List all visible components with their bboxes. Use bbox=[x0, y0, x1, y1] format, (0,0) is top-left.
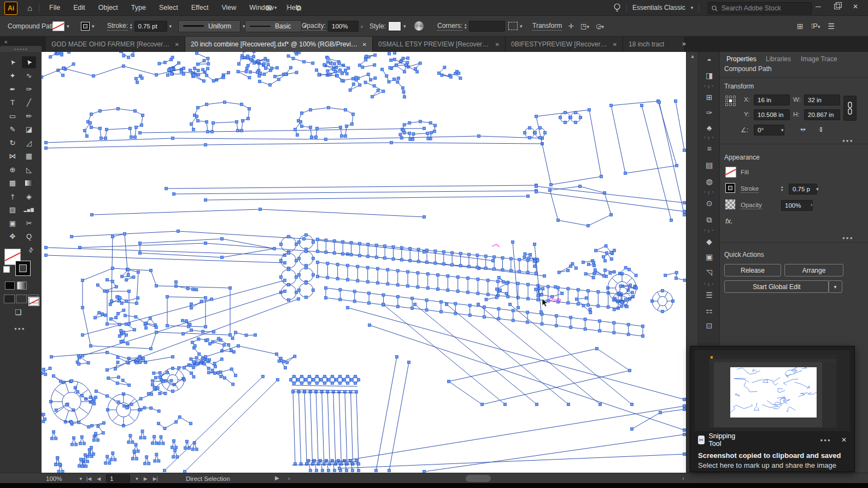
anchor-point[interactable] bbox=[664, 274, 667, 277]
screenshot-thumbnail[interactable] bbox=[695, 350, 850, 431]
anchor-point[interactable] bbox=[157, 460, 160, 462]
anchor-point[interactable] bbox=[108, 462, 111, 465]
stroke-weight-stepper[interactable]: ▴▾ bbox=[130, 23, 132, 30]
opacity-panel-link[interactable]: Opacity: bbox=[302, 22, 326, 31]
anchor-point[interactable] bbox=[589, 308, 591, 311]
anchor-point[interactable] bbox=[353, 290, 356, 293]
vector-path[interactable] bbox=[401, 61, 420, 69]
anchor-point[interactable] bbox=[642, 325, 644, 328]
anchor-point[interactable] bbox=[326, 262, 329, 264]
anchor-point[interactable] bbox=[477, 303, 480, 306]
anchor-point[interactable] bbox=[230, 368, 233, 371]
anchor-point[interactable] bbox=[598, 330, 601, 332]
anchor-point[interactable] bbox=[505, 292, 508, 295]
anchor-point[interactable] bbox=[185, 440, 188, 443]
anchor-point[interactable] bbox=[401, 87, 404, 90]
anchor-point[interactable] bbox=[189, 364, 192, 367]
anchor-point[interactable] bbox=[81, 279, 84, 282]
anchor-point[interactable] bbox=[95, 432, 97, 435]
anchor-point[interactable] bbox=[555, 324, 558, 327]
anchor-point[interactable] bbox=[193, 67, 196, 70]
anchor-point[interactable] bbox=[101, 313, 104, 315]
anchor-point[interactable] bbox=[366, 280, 369, 283]
anchor-point[interactable] bbox=[197, 107, 200, 109]
anchor-point[interactable] bbox=[459, 264, 462, 267]
anchor-point[interactable] bbox=[310, 136, 313, 139]
anchor-point[interactable] bbox=[102, 432, 104, 434]
anchor-point[interactable] bbox=[407, 271, 409, 273]
anchor-point[interactable] bbox=[155, 285, 158, 287]
anchor-point[interactable] bbox=[331, 375, 334, 378]
anchor-point[interactable] bbox=[151, 442, 154, 445]
anchor-point[interactable] bbox=[136, 302, 138, 305]
line-segment-tool[interactable]: ╱ bbox=[22, 97, 36, 109]
anchor-point[interactable] bbox=[570, 316, 572, 319]
anchor-point[interactable] bbox=[305, 282, 308, 285]
anchor-point[interactable] bbox=[142, 357, 145, 360]
anchor-point[interactable] bbox=[577, 303, 579, 305]
anchor-point[interactable] bbox=[280, 243, 283, 246]
anchor-point[interactable] bbox=[388, 469, 391, 472]
anchor-point[interactable] bbox=[125, 334, 127, 337]
vector-path[interactable] bbox=[658, 305, 660, 310]
anchor-point[interactable] bbox=[245, 67, 248, 70]
anchor-point[interactable] bbox=[364, 81, 367, 84]
anchor-point[interactable] bbox=[56, 456, 59, 459]
anchor-point[interactable] bbox=[126, 361, 128, 363]
anchor-point[interactable] bbox=[140, 124, 143, 127]
anchor-point[interactable] bbox=[191, 448, 194, 451]
anchor-point[interactable] bbox=[631, 403, 634, 406]
anchor-point[interactable] bbox=[533, 243, 536, 246]
anchor-point[interactable] bbox=[127, 441, 130, 444]
anchor-point[interactable] bbox=[309, 469, 312, 472]
anchor-point[interactable] bbox=[90, 113, 93, 116]
anchor-point[interactable] bbox=[241, 103, 243, 106]
anchor-point[interactable] bbox=[347, 264, 349, 267]
anchor-point[interactable] bbox=[262, 375, 265, 378]
anchor-point[interactable] bbox=[507, 295, 509, 298]
stroke-panel-icon[interactable]: ≡ bbox=[699, 144, 720, 153]
anchor-point[interactable] bbox=[338, 467, 341, 470]
anchor-point[interactable] bbox=[160, 436, 162, 438]
vector-path[interactable] bbox=[535, 244, 541, 312]
anchor-point[interactable] bbox=[501, 256, 504, 259]
anchor-point[interactable] bbox=[537, 284, 539, 287]
anchor-point[interactable] bbox=[213, 362, 216, 365]
anchor-point[interactable] bbox=[297, 298, 300, 301]
anchor-point[interactable] bbox=[109, 303, 112, 305]
anchor-point[interactable] bbox=[126, 407, 128, 409]
anchor-point[interactable] bbox=[332, 68, 335, 71]
anchor-point[interactable] bbox=[512, 319, 514, 322]
anchor-point[interactable] bbox=[400, 246, 403, 249]
anchor-point[interactable] bbox=[388, 52, 391, 55]
anchor-point[interactable] bbox=[356, 265, 359, 268]
anchor-point[interactable] bbox=[374, 54, 377, 56]
anchor-point[interactable] bbox=[155, 453, 158, 456]
anchor-point[interactable] bbox=[207, 371, 210, 374]
anchor-point[interactable] bbox=[547, 285, 549, 288]
anchor-point[interactable] bbox=[292, 57, 295, 60]
anchor-point[interactable] bbox=[127, 56, 130, 59]
anchor-point[interactable] bbox=[349, 89, 351, 91]
anchor-point[interactable] bbox=[81, 307, 84, 309]
anchor-point[interactable] bbox=[122, 309, 125, 311]
anchor-point[interactable] bbox=[309, 391, 312, 393]
anchor-point[interactable] bbox=[373, 63, 376, 66]
anchor-point[interactable] bbox=[325, 239, 327, 242]
anchor-point[interactable] bbox=[536, 403, 538, 406]
anchor-point[interactable] bbox=[567, 302, 570, 304]
menu-file[interactable]: File bbox=[43, 0, 67, 15]
anchor-point[interactable] bbox=[55, 463, 57, 466]
anchor-point[interactable] bbox=[396, 295, 399, 298]
column-graph-tool[interactable]: ▂▅▇ bbox=[22, 204, 36, 216]
anchor-point[interactable] bbox=[97, 425, 99, 427]
anchor-point[interactable] bbox=[232, 350, 235, 353]
vector-path[interactable] bbox=[447, 304, 568, 404]
vector-path[interactable] bbox=[55, 390, 64, 396]
pixel-grid-icon[interactable]: ⊞ bbox=[797, 22, 804, 31]
anchor-point[interactable] bbox=[375, 244, 378, 246]
anchor-point[interactable] bbox=[150, 348, 153, 350]
anchor-point[interactable] bbox=[454, 302, 457, 305]
anchor-point[interactable] bbox=[207, 67, 209, 70]
anchor-point[interactable] bbox=[149, 317, 151, 320]
